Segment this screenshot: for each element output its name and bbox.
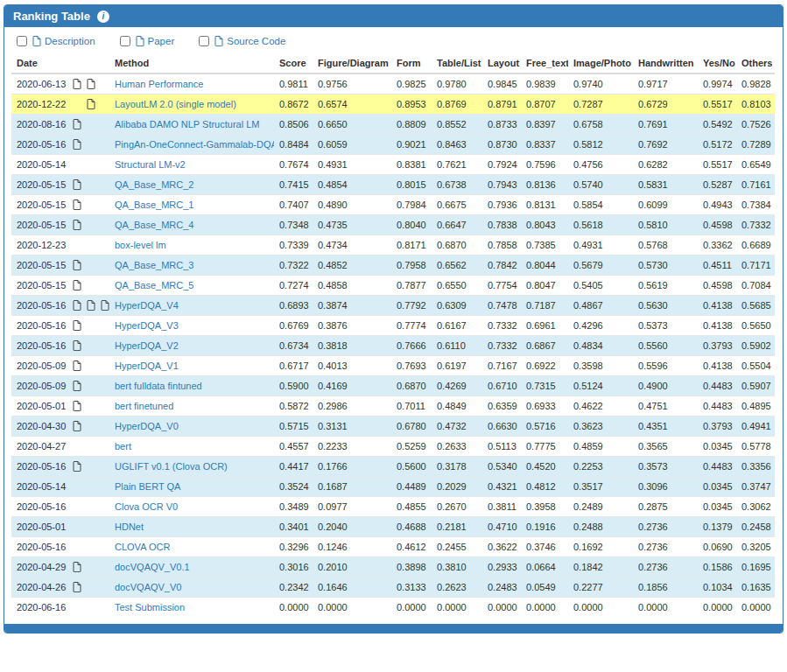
date-cell: 2020-05-01 [11, 517, 109, 537]
method-link[interactable]: Structural LM-v2 [115, 159, 186, 170]
column-header-others: Others [736, 53, 775, 74]
handwritten-cell: 0.3096 [633, 477, 698, 497]
method-link[interactable]: HyperDQA_V1 [115, 360, 179, 371]
date-value: 2020-06-13 [17, 79, 73, 89]
method-link[interactable]: CLOVA OCR [115, 542, 170, 552]
yes-no-cell: 0.5517 [698, 94, 736, 115]
method-link[interactable]: docVQAQV_V0.1 [115, 562, 190, 572]
description-slot [73, 139, 87, 150]
date-value: 2020-05-09 [17, 360, 73, 371]
paper-icon[interactable] [87, 99, 95, 109]
description-icon[interactable] [73, 280, 81, 290]
description-icon[interactable] [73, 582, 81, 592]
free-text-cell: 0.0549 [521, 578, 568, 598]
others-cell: 0.5685 [736, 296, 775, 316]
handwritten-cell: 0.7692 [633, 135, 698, 155]
date-value: 2020-05-15 [17, 260, 73, 270]
method-link[interactable]: box-level lm [115, 240, 166, 250]
method-link[interactable]: QA_Base_MRC_1 [115, 200, 194, 210]
method-link[interactable]: HyperDQA_V3 [115, 320, 179, 331]
score-cell: 0.3524 [274, 477, 313, 497]
yes-no-cell: 0.9974 [698, 74, 736, 94]
description-icon[interactable] [73, 461, 81, 472]
method-link[interactable]: UGLIFT v0.1 (Clova OCR) [115, 461, 228, 472]
resource-icons [73, 159, 109, 170]
method-link[interactable]: bert [115, 441, 131, 452]
source-code-icon[interactable] [101, 300, 109, 311]
description-icon[interactable] [73, 200, 81, 210]
method-link[interactable]: Clova OCR V0 [115, 501, 178, 512]
description-doc-icon[interactable] [32, 36, 41, 46]
table-row: 2020-05-16CLOVA OCR0.32960.12460.46120.2… [11, 537, 775, 557]
layout-cell: 0.6359 [482, 396, 521, 416]
paper-icon[interactable] [87, 300, 95, 311]
method-link[interactable]: bert fulldata fintuned [115, 381, 202, 391]
description-icon[interactable] [73, 401, 81, 411]
method-link[interactable]: Plain BERT QA [115, 481, 180, 492]
paper-slot [87, 240, 101, 250]
method-link[interactable]: bert finetuned [115, 401, 173, 411]
layout-cell: 0.7943 [482, 175, 521, 195]
description-icon[interactable] [73, 562, 81, 572]
description-icon[interactable] [73, 179, 81, 190]
description-icon[interactable] [73, 381, 81, 391]
score-cell: 0.7348 [274, 215, 313, 235]
paper-doc-icon[interactable] [136, 36, 144, 46]
handwritten-cell: 0.5560 [633, 336, 698, 356]
table-list-cell: 0.2181 [432, 517, 482, 537]
free-text-cell: 0.8397 [521, 115, 568, 135]
description-icon[interactable] [73, 260, 81, 270]
description-slot [73, 119, 87, 130]
yes-no-cell: 0.4138 [698, 356, 736, 376]
layout-cell: 0.6710 [482, 376, 521, 396]
date-value: 2020-05-16 [17, 320, 73, 331]
handwritten-cell: 0.6099 [633, 195, 698, 215]
description-icon[interactable] [73, 360, 81, 371]
method-cell: Plain BERT QA [109, 477, 274, 497]
description-icon[interactable] [73, 300, 81, 311]
description-icon[interactable] [73, 139, 81, 150]
description-icon[interactable] [73, 79, 81, 89]
handwritten-cell: 0.2875 [633, 497, 698, 517]
filter-checkbox-source-code[interactable] [199, 36, 209, 46]
method-link[interactable]: QA_Base_MRC_4 [115, 220, 194, 230]
method-link[interactable]: QA_Base_MRC_2 [115, 179, 194, 190]
score-cell: 0.3489 [274, 497, 313, 517]
method-link[interactable]: QA_Base_MRC_3 [115, 260, 194, 270]
filter-source-code[interactable]: Source Code [199, 36, 285, 46]
method-link[interactable]: HDNet [115, 522, 144, 532]
date-cell: 2020-05-14 [11, 477, 109, 497]
source-code-doc-icon[interactable] [214, 36, 223, 46]
method-link[interactable]: Human Performance [115, 79, 204, 89]
handwritten-cell: 0.6729 [633, 94, 698, 115]
method-link[interactable]: HyperDQA_V4 [115, 300, 179, 311]
method-link[interactable]: HyperDQA_V0 [115, 421, 179, 431]
filter-checkbox-description[interactable] [17, 36, 27, 46]
paper-icon[interactable] [87, 79, 95, 89]
description-icon[interactable] [73, 340, 81, 351]
filter-checkbox-paper[interactable] [120, 36, 130, 46]
description-icon[interactable] [73, 119, 81, 130]
method-link[interactable]: docVQAQV_V0 [115, 582, 181, 592]
method-link[interactable]: Test Submission [115, 602, 185, 612]
table-list-cell: 0.3810 [432, 557, 482, 578]
method-link[interactable]: LayoutLM 2.0 (single model) [115, 99, 236, 109]
method-link[interactable]: QA_Base_MRC_5 [115, 280, 194, 290]
source-slot [101, 79, 109, 89]
layout-cell: 0.7332 [482, 336, 521, 356]
others-cell: 0.7084 [736, 276, 775, 296]
method-link[interactable]: HyperDQA_V2 [115, 340, 179, 351]
method-cell: QA_Base_MRC_2 [109, 175, 274, 195]
resource-icons [73, 481, 109, 492]
filter-paper[interactable]: Paper [120, 36, 175, 46]
method-link[interactable]: PingAn-OneConnect-Gammalab-DQA [115, 139, 274, 150]
description-icon[interactable] [73, 220, 81, 230]
description-icon[interactable] [73, 320, 81, 331]
date-value: 2020-06-16 [17, 602, 73, 612]
resource-icons [73, 522, 109, 532]
filter-description[interactable]: Description [17, 36, 95, 46]
free-text-cell: 0.8044 [521, 256, 568, 276]
method-link[interactable]: Alibaba DAMO NLP Structural LM [115, 119, 259, 130]
description-icon[interactable] [73, 421, 81, 431]
info-icon[interactable]: i [97, 10, 109, 23]
